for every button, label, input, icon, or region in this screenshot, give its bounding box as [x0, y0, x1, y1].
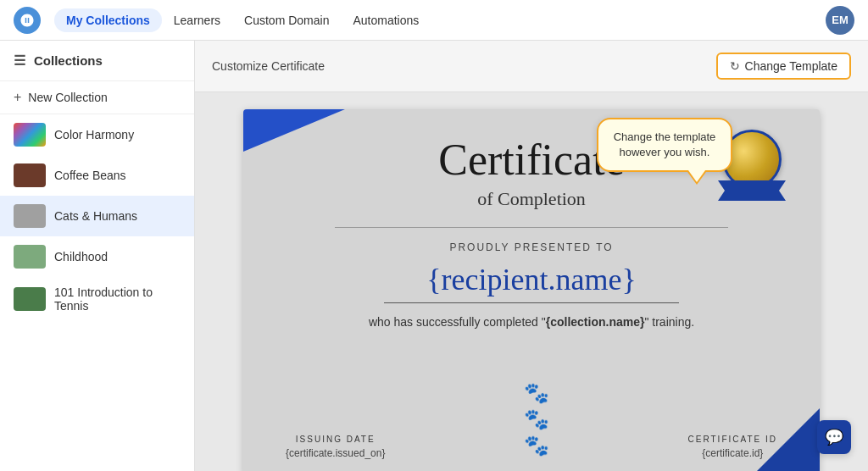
- menu-icon[interactable]: ☰: [14, 53, 25, 69]
- cert-completed-text: who has successfully completed "{collect…: [286, 315, 777, 329]
- cert-subtitle: of Completion: [286, 188, 777, 210]
- paw-print-2: 🐾: [524, 406, 549, 432]
- new-collection-label: New Collection: [28, 91, 107, 104]
- cert-proudly-label: PROUDLY PRESENTED TO: [286, 241, 777, 253]
- sidebar-item-cats-humans[interactable]: Cats & Humans: [0, 196, 194, 236]
- cert-id-value: {certificate.id}: [688, 447, 777, 459]
- tooltip-bubble: Change the template however you wish.: [597, 118, 732, 172]
- cert-recipient: {recipient.name}: [286, 262, 777, 297]
- collection-thumb-coffee: [14, 163, 46, 187]
- new-collection-button[interactable]: + New Collection: [0, 81, 194, 114]
- collection-thumb-cats: [14, 204, 46, 228]
- refresh-icon: ↻: [730, 59, 740, 73]
- paw-print-3: 🐾: [524, 432, 549, 458]
- chat-icon: 💬: [825, 428, 843, 446]
- chat-support-button[interactable]: 💬: [817, 420, 851, 454]
- plus-icon: +: [14, 90, 21, 105]
- cert-footer: ISSUING DATE {certificate.issued_on} 🐾 🐾…: [243, 371, 820, 471]
- certificate: Certificate of Completion PROUDLY PRESEN…: [243, 109, 820, 471]
- nav-learners[interactable]: Learners: [162, 8, 232, 32]
- content-header-title: Customize Certificate: [212, 59, 325, 73]
- collection-name-color-harmony: Color Harmony: [54, 128, 134, 141]
- user-avatar[interactable]: EM: [826, 6, 854, 35]
- nav-my-collections[interactable]: My Collections: [54, 8, 162, 32]
- main-layout: ☰ Collections + New Collection Color Har…: [0, 41, 868, 471]
- top-navigation: My Collections Learners Custom Domain Au…: [0, 0, 868, 41]
- sidebar-item-coffee-beans[interactable]: Coffee Beans: [0, 155, 194, 196]
- change-template-button[interactable]: ↻ Change Template: [716, 53, 851, 80]
- collection-thumb-color-harmony: [14, 123, 46, 147]
- cert-recipient-line: [384, 302, 679, 303]
- tooltip-text: Change the template however you wish.: [614, 130, 716, 158]
- paw-prints: 🐾 🐾 🐾: [524, 380, 549, 459]
- sidebar-header: ☰ Collections: [0, 41, 194, 81]
- sidebar: ☰ Collections + New Collection Color Har…: [0, 41, 195, 471]
- completion-text-after: " training.: [644, 315, 694, 329]
- medal-ribbon: [718, 180, 786, 201]
- collection-name-cats: Cats & Humans: [54, 209, 137, 223]
- cert-issuing-date-col: ISSUING DATE {certificate.issued_on}: [286, 435, 385, 459]
- nav-custom-domain[interactable]: Custom Domain: [232, 8, 341, 32]
- collection-name-tennis: 101 Introduction to Tennis: [54, 285, 181, 313]
- app-logo: [14, 7, 41, 34]
- sidebar-item-childhood[interactable]: Childhood: [0, 236, 194, 277]
- certificate-wrapper: Change the template however you wish. Ce…: [195, 92, 868, 471]
- collection-name-var: {collection.name}: [546, 315, 645, 329]
- completion-text-before: who has successfully completed ": [369, 315, 546, 329]
- collection-name-childhood: Childhood: [54, 250, 108, 263]
- sidebar-title: Collections: [34, 53, 103, 68]
- sidebar-item-color-harmony[interactable]: Color Harmony: [0, 114, 194, 155]
- cert-issuing-date-value: {certificate.issued_on}: [286, 447, 385, 459]
- sidebar-item-tennis[interactable]: 101 Introduction to Tennis: [0, 277, 194, 321]
- cert-issuing-date-label: ISSUING DATE: [286, 435, 385, 444]
- content-header: Customize Certificate ↻ Change Template: [195, 41, 868, 92]
- nav-automations[interactable]: Automations: [341, 8, 431, 32]
- paw-print-1: 🐾: [524, 380, 549, 406]
- content-area: Customize Certificate ↻ Change Template …: [195, 41, 868, 471]
- collection-thumb-tennis: [14, 287, 46, 311]
- cert-id-label: CERTIFICATE ID: [688, 435, 777, 444]
- change-template-label: Change Template: [745, 59, 837, 73]
- collection-thumb-childhood: [14, 245, 46, 269]
- collection-name-coffee: Coffee Beans: [54, 169, 126, 182]
- cert-id-col: CERTIFICATE ID {certificate.id}: [688, 435, 777, 459]
- cert-divider: [335, 227, 728, 228]
